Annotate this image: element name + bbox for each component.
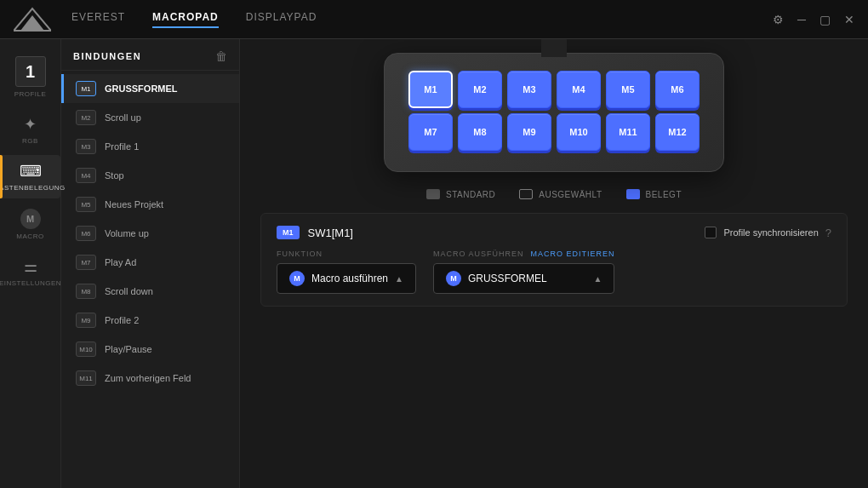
cable <box>541 39 567 57</box>
macro-label: MACRO AUSFÜHREN <box>433 250 524 258</box>
close-icon[interactable]: ✕ <box>844 13 854 26</box>
key-badge-m4: M4 <box>76 168 96 183</box>
binding-item-m8[interactable]: M8 Scroll down <box>61 277 239 306</box>
funktion-dropdown[interactable]: M Macro ausführen ▲ <box>277 263 416 294</box>
sidebar-label-einstellungen: EINSTELLUNGEN <box>0 279 61 287</box>
legend-standard: STANDARD <box>426 189 495 199</box>
macropad-key-m10[interactable]: M10 <box>557 113 601 151</box>
sidebar-label-profile: PROFILE <box>14 90 47 98</box>
key-badge-m2: M2 <box>76 110 96 125</box>
assignment-key-label: M1 SW1[M1] <box>277 226 353 239</box>
sync-label-group: Profile synchronisieren ? <box>705 227 831 239</box>
macropad-key-m1[interactable]: M1 <box>408 71 453 108</box>
binding-label-m10: Play/Pause <box>105 344 152 354</box>
binding-label-m6: Volume up <box>105 228 149 238</box>
settings-icon[interactable]: ⚙ <box>773 13 784 26</box>
macro-m-badge: M <box>446 271 461 286</box>
sidebar-label-macro: MACRO <box>16 233 43 240</box>
bindings-panel: BINDUNGEN 🗑 M1 GRUSSFORMEL M2 Scroll up … <box>61 39 240 488</box>
funktion-value: Macro ausführen <box>311 273 388 284</box>
binding-item-m3[interactable]: M3 Profile 1 <box>61 132 239 161</box>
macropad-key-m7[interactable]: M7 <box>408 113 453 151</box>
binding-item-m4[interactable]: M4 Stop <box>61 161 239 190</box>
legend-selected: AUSGEWÄHLT <box>519 189 602 199</box>
assignment-section: M1 SW1[M1] Profile synchronisieren ? FUN… <box>260 213 848 307</box>
delete-binding-icon[interactable]: 🗑 <box>215 49 227 63</box>
binding-item-m5[interactable]: M5 Neues Projekt <box>61 190 239 219</box>
macro-icon: M <box>20 209 41 229</box>
legend: STANDARD AUSGEWÄHLT BELEGT <box>260 189 848 199</box>
macro-dropdown[interactable]: M GRUSSFORMEL ▲ <box>433 263 615 294</box>
key-badge-m11: M11 <box>76 370 96 386</box>
macropad-key-m12[interactable]: M12 <box>655 113 700 151</box>
assignment-fields: FUNKTION M Macro ausführen ▲ MACRO AUSFÜ… <box>277 250 831 294</box>
bindings-title: BINDUNGEN <box>73 51 141 61</box>
funktion-m-badge: M <box>289 271 305 286</box>
macropad-key-m4[interactable]: M4 <box>557 71 601 108</box>
legend-belegt: BELEGT <box>626 189 682 199</box>
macro-field-wrapper: MACRO AUSFÜHREN Macro editieren M GRUSSF… <box>433 250 615 294</box>
sidebar-item-macro[interactable]: M MACRO <box>0 202 60 247</box>
help-icon[interactable]: ? <box>825 227 831 239</box>
sync-text: Profile synchronisieren <box>723 227 818 238</box>
binding-item-m11[interactable]: M11 Zum vorherigen Feld <box>61 364 239 393</box>
nav-macropad[interactable]: MACROPAD <box>152 11 219 28</box>
binding-item-m7[interactable]: M7 Play Ad <box>61 248 239 277</box>
macro-field-top: MACRO AUSFÜHREN Macro editieren <box>433 250 615 258</box>
legend-label-belegt: BELEGT <box>646 190 682 199</box>
binding-label-m5: Neues Projekt <box>105 199 163 210</box>
macropad-key-m9[interactable]: M9 <box>507 113 551 151</box>
key-badge-m10: M10 <box>76 342 96 357</box>
key-badge-m9: M9 <box>76 313 96 328</box>
sidebar-item-tastenbelegung[interactable]: ⌨ TASTENBELEGUNG <box>0 155 60 198</box>
key-badge-m8: M8 <box>76 284 96 299</box>
sync-checkbox[interactable] <box>705 227 717 238</box>
macropad-device: M1 M2 M3 M4 M5 M6 M7 M8 M9 M10 M11 M12 <box>384 53 724 172</box>
profile-badge: 1 <box>15 56 46 87</box>
macropad-visual: M1 M2 M3 M4 M5 M6 M7 M8 M9 M10 M11 M12 <box>260 53 848 172</box>
macropad-keys: M1 M2 M3 M4 M5 M6 M7 M8 M9 M10 M11 M12 <box>408 71 700 151</box>
main-layout: 1 PROFILE ✦ RGB ⌨ TASTENBELEGUNG M MACRO… <box>0 39 868 488</box>
content-area: M1 M2 M3 M4 M5 M6 M7 M8 M9 M10 M11 M12 <box>240 39 868 488</box>
legend-label-standard: STANDARD <box>446 190 495 199</box>
nav-bar: EVEREST MACROPAD DISPLAYPAD <box>71 11 773 28</box>
key-badge-m5: M5 <box>76 197 96 212</box>
binding-label-m11: Zum vorherigen Feld <box>105 373 191 383</box>
keyboard-icon: ⌨ <box>20 162 42 181</box>
binding-label-m8: Scroll down <box>105 286 153 296</box>
sidebar: 1 PROFILE ✦ RGB ⌨ TASTENBELEGUNG M MACRO… <box>0 39 61 488</box>
key-badge-m7: M7 <box>76 255 96 270</box>
binding-label-m2: Scroll up <box>105 112 141 123</box>
assignment-key-badge: M1 <box>277 226 300 239</box>
binding-item-m2[interactable]: M2 Scroll up <box>61 103 239 132</box>
macropad-key-m2[interactable]: M2 <box>458 71 502 108</box>
funktion-field-group: FUNKTION M Macro ausführen ▲ <box>277 250 416 294</box>
macropad-key-m6[interactable]: M6 <box>655 71 700 108</box>
maximize-icon[interactable]: ▢ <box>819 13 831 26</box>
macro-edit-link[interactable]: Macro editieren <box>530 250 614 258</box>
macropad-key-m11[interactable]: M11 <box>606 113 650 151</box>
bindings-header: BINDUNGEN 🗑 <box>61 39 239 71</box>
macropad-key-m8[interactable]: M8 <box>458 113 502 151</box>
assignment-header: M1 SW1[M1] Profile synchronisieren ? <box>277 226 831 239</box>
binding-item-m10[interactable]: M10 Play/Pause <box>61 335 239 364</box>
sidebar-label-tastenbelegung: TASTENBELEGUNG <box>0 184 66 192</box>
macropad-key-m5[interactable]: M5 <box>606 71 650 108</box>
legend-label-selected: AUSGEWÄHLT <box>539 190 602 199</box>
key-badge-m6: M6 <box>76 226 96 241</box>
macro-arrow-icon: ▲ <box>594 274 602 284</box>
sidebar-label-rgb: RGB <box>22 137 38 145</box>
window-controls: ⚙ ─ ▢ ✕ <box>773 13 854 26</box>
nav-everest[interactable]: EVEREST <box>71 11 125 28</box>
sidebar-item-profile[interactable]: 1 PROFILE <box>0 49 60 105</box>
funktion-arrow-icon: ▲ <box>395 274 403 284</box>
binding-label-m1: GRUSSFORMEL <box>105 83 178 94</box>
minimize-icon[interactable]: ─ <box>797 13 806 26</box>
macropad-key-m3[interactable]: M3 <box>507 71 551 108</box>
binding-item-m9[interactable]: M9 Profile 2 <box>61 306 239 335</box>
binding-item-m1[interactable]: M1 GRUSSFORMEL <box>61 74 239 103</box>
sidebar-item-einstellungen[interactable]: ⚌ EINSTELLUNGEN <box>0 250 60 294</box>
sidebar-item-rgb[interactable]: ✦ RGB <box>0 108 60 152</box>
nav-displaypad[interactable]: DISPLAYPAD <box>246 11 317 28</box>
binding-item-m6[interactable]: M6 Volume up <box>61 219 239 248</box>
